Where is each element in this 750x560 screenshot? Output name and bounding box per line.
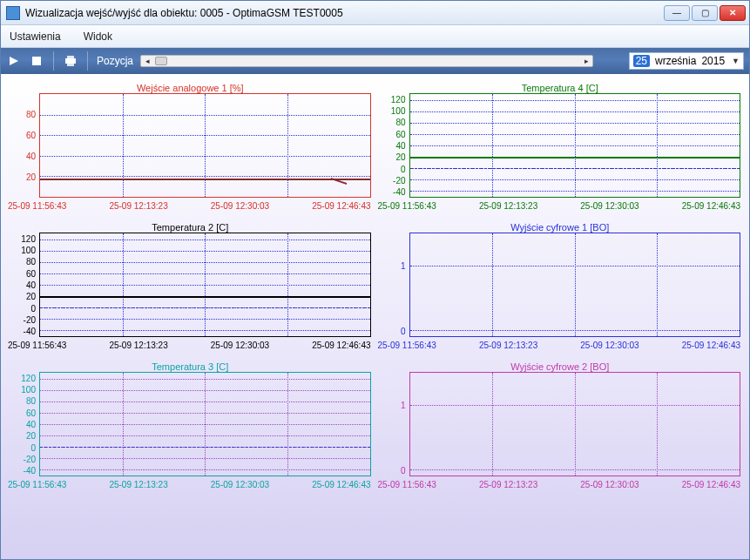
- chart-title: Temperatura 3 [C]: [152, 361, 228, 372]
- date-day: 25: [633, 55, 650, 67]
- date-month: września: [655, 55, 696, 67]
- gridline-v: [575, 94, 576, 197]
- chart-canvas: Wejście analogowe 1 [%]2040608025-09 11:…: [1, 74, 749, 559]
- y-tick: 20: [8, 431, 36, 441]
- svg-marker-0: [10, 57, 18, 65]
- print-button[interactable]: [63, 53, 78, 69]
- separator: [53, 51, 54, 71]
- minimize-button[interactable]: —: [664, 5, 690, 21]
- chart-title: Temperatura 4 [C]: [522, 83, 598, 93]
- scroll-thumb[interactable]: [155, 57, 167, 65]
- gridline-v: [205, 94, 206, 197]
- x-axis-labels: 25-09 11:56:4325-09 12:13:2325-09 12:30:…: [8, 480, 373, 492]
- chart-title: Wyjście cyfrowe 1 [BO]: [510, 222, 609, 233]
- scroll-right-button[interactable]: ▸: [580, 56, 592, 66]
- y-tick: 20: [378, 152, 406, 162]
- y-tick: 40: [8, 152, 36, 161]
- y-tick: 60: [378, 129, 406, 138]
- x-tick: 25-09 12:30:03: [211, 341, 269, 353]
- gridline-v: [123, 94, 124, 197]
- x-tick: 25-09 11:56:43: [8, 480, 66, 492]
- y-tick: -20: [8, 455, 36, 464]
- svg-rect-4: [67, 64, 74, 66]
- y-axis-labels: -40-20020406080100120: [378, 93, 408, 198]
- titlebar: Wizualizacja wejść/wyjść dla obiektu: 00…: [1, 1, 749, 25]
- y-tick: 0: [378, 326, 406, 335]
- x-tick: 25-09 12:13:23: [109, 201, 167, 213]
- y-tick: -40: [378, 187, 406, 197]
- y-tick: -20: [378, 176, 406, 186]
- y-tick: 60: [8, 131, 36, 140]
- y-tick: 100: [378, 105, 406, 115]
- position-scrollbar[interactable]: ◂ ▸: [140, 55, 593, 67]
- x-tick: 25-09 11:56:43: [378, 341, 436, 353]
- chart-c5: Wyjście cyfrowe 2 [BO]0125-09 11:56:4325…: [378, 361, 743, 492]
- gridline-v: [657, 373, 658, 476]
- x-axis-labels: 25-09 11:56:4325-09 12:13:2325-09 12:30:…: [8, 341, 373, 353]
- chart-title: Wyjście cyfrowe 2 [BO]: [510, 361, 609, 372]
- menu-settings[interactable]: Ustawienia: [4, 28, 66, 45]
- x-tick: 25-09 12:30:03: [211, 201, 269, 213]
- gridline-v: [205, 233, 206, 336]
- y-tick: -20: [8, 315, 36, 325]
- y-tick: 0: [8, 442, 36, 452]
- x-tick: 25-09 12:46:43: [312, 201, 370, 213]
- y-axis-labels: 01: [378, 233, 408, 337]
- series-zero: [40, 307, 370, 308]
- scroll-left-button[interactable]: ◂: [141, 56, 153, 66]
- x-axis-labels: 25-09 11:56:4325-09 12:13:2325-09 12:30:…: [378, 201, 743, 213]
- series-temp4: [410, 157, 740, 159]
- y-tick: 80: [8, 257, 36, 267]
- close-button[interactable]: ✕: [720, 5, 746, 21]
- x-tick: 25-09 12:46:43: [682, 201, 740, 213]
- y-tick: 0: [8, 303, 36, 313]
- x-tick: 25-09 11:56:43: [378, 201, 436, 213]
- chart-c4: Temperatura 3 [C]-40-2002040608010012025…: [8, 361, 373, 492]
- gridline-v: [287, 373, 288, 476]
- plot-area: [409, 233, 741, 337]
- y-tick: 60: [8, 408, 36, 417]
- chart-title: Temperatura 2 [C]: [152, 222, 228, 233]
- play-icon: [9, 56, 19, 66]
- stop-button[interactable]: [29, 53, 44, 69]
- play-button[interactable]: [6, 53, 22, 69]
- chevron-down-icon: ▼: [732, 57, 740, 65]
- y-tick: 80: [378, 118, 406, 127]
- x-tick: 25-09 12:46:43: [312, 341, 370, 353]
- x-tick: 25-09 11:56:43: [8, 341, 66, 353]
- gridline-v: [492, 373, 493, 476]
- gridline-v: [205, 373, 206, 476]
- stop-icon: [32, 57, 41, 65]
- svg-rect-1: [32, 57, 41, 65]
- plot-area: [409, 372, 741, 476]
- y-axis-labels: 01: [378, 372, 408, 476]
- series-zero: [40, 447, 370, 448]
- y-tick: 1: [378, 400, 406, 409]
- y-tick: 60: [8, 268, 36, 278]
- x-tick: 25-09 12:46:43: [312, 480, 370, 492]
- chart-title: Wejście analogowe 1 [%]: [137, 83, 244, 93]
- date-picker[interactable]: 25 września 2015 ▼: [629, 52, 744, 70]
- x-tick: 25-09 11:56:43: [8, 201, 66, 213]
- gridline-v: [492, 94, 493, 197]
- y-axis-labels: 20406080: [8, 93, 37, 198]
- x-tick: 25-09 11:56:43: [378, 480, 436, 492]
- gridline-v: [492, 233, 493, 336]
- series-zero: [410, 168, 740, 169]
- y-tick: -40: [8, 327, 36, 336]
- y-tick: 1: [378, 260, 406, 270]
- y-tick: 80: [8, 396, 36, 406]
- x-axis-labels: 25-09 11:56:4325-09 12:13:2325-09 12:30:…: [378, 480, 743, 492]
- chart-c0: Wejście analogowe 1 [%]2040608025-09 11:…: [8, 83, 373, 213]
- menu-view[interactable]: Widok: [78, 28, 118, 45]
- window-buttons: — ▢ ✕: [664, 5, 746, 21]
- maximize-button[interactable]: ▢: [692, 5, 718, 21]
- series-jag: [331, 172, 347, 185]
- x-tick: 25-09 12:13:23: [479, 341, 537, 353]
- gridline-v: [575, 233, 576, 336]
- y-tick: 0: [378, 465, 406, 475]
- position-label: Pozycja: [97, 55, 133, 67]
- app-icon: [6, 6, 20, 20]
- date-year: 2015: [701, 55, 725, 67]
- y-tick: 120: [8, 373, 36, 382]
